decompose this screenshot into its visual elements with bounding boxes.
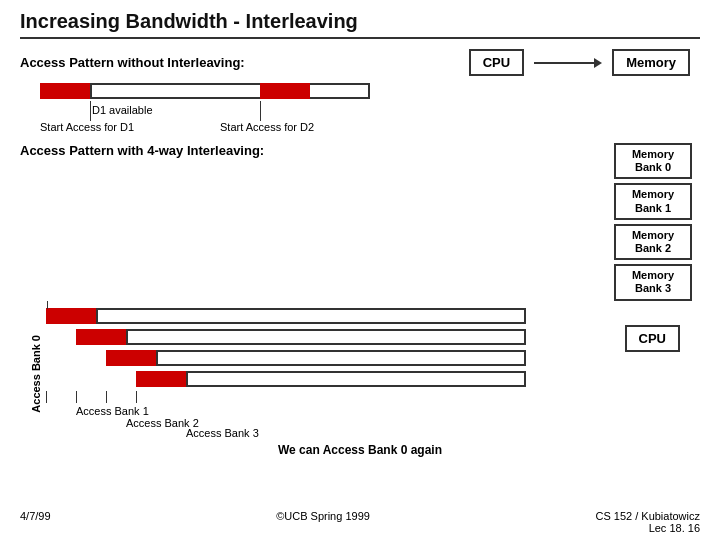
interleave-label: Access Pattern with 4-way Interleaving: — [20, 143, 264, 158]
memory-bank-1: Memory Bank 1 — [614, 183, 692, 219]
footer-copyright: ©UCB Spring 1999 — [276, 510, 370, 534]
cpu-box-interleave: CPU — [625, 325, 680, 352]
slide: Increasing Bandwidth - Interleaving Acce… — [0, 0, 720, 540]
access-bank-3-label: Access Bank 3 — [186, 427, 259, 439]
title-bar: Increasing Bandwidth - Interleaving — [20, 10, 700, 39]
footer-lec: Lec 18. 16 — [595, 522, 700, 534]
cpu-box-top: CPU — [469, 49, 524, 76]
memory-bank-0: Memory Bank 0 — [614, 143, 692, 179]
footer-course: CS 152 / Kubiatowicz — [595, 510, 700, 522]
slide-title: Increasing Bandwidth - Interleaving — [20, 10, 358, 33]
footer: 4/7/99 ©UCB Spring 1999 CS 152 / Kubiato… — [0, 510, 720, 534]
access-bank-1-label: Access Bank 1 — [76, 405, 149, 417]
memory-bank-2: Memory Bank 2 — [614, 224, 692, 260]
memory-bank-3: Memory Bank 3 — [614, 264, 692, 300]
footer-date: 4/7/99 — [20, 510, 51, 534]
start-d1-label: Start Access for D1 — [40, 121, 134, 133]
d1-available-label: D1 available — [92, 104, 153, 116]
memory-box-top: Memory — [612, 49, 690, 76]
bank0-note: We can Access Bank 0 again — [20, 443, 700, 457]
access-bank-0-rotated: Access Bank 0 — [30, 335, 42, 413]
no-interleave-label: Access Pattern without Interleaving: — [20, 55, 245, 70]
start-d2-label: Start Access for D2 — [220, 121, 314, 133]
